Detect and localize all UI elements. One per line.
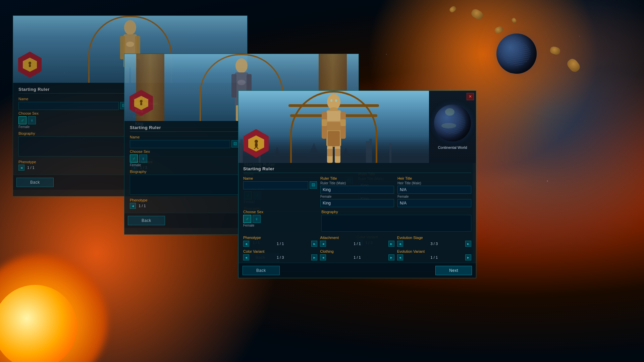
phenotype-next-front[interactable]: ► — [311, 241, 317, 247]
svg-marker-33 — [272, 146, 282, 163]
attachment-group-front: Attachment ◄ 1 / 1 ► — [320, 236, 394, 247]
svg-rect-40 — [327, 122, 340, 130]
back-button-front[interactable]: Back — [243, 266, 280, 275]
svg-line-54 — [254, 147, 256, 149]
clothing-next-front[interactable]: ► — [388, 254, 394, 260]
ruler-title-label-front: Ruler Title — [320, 176, 394, 180]
portrait-area-front — [238, 91, 429, 163]
sex-label-1: Choose Sex — [18, 111, 127, 115]
svg-point-15 — [237, 80, 246, 85]
name-label-2: Name — [130, 135, 239, 139]
attachment-next-front[interactable]: ► — [388, 241, 394, 247]
back-button-2[interactable]: Back — [128, 216, 165, 225]
space-planet — [496, 34, 537, 74]
name-input-front[interactable] — [243, 181, 308, 189]
clothing-group-front: Clothing ◄ 1 / 1 ► — [320, 249, 394, 260]
svg-rect-45 — [340, 119, 346, 126]
ruler-title-female-front: King — [320, 199, 394, 207]
evolution-variant-value-front: 1 / 1 — [405, 255, 464, 259]
svg-point-51 — [335, 99, 337, 102]
svg-rect-41 — [328, 131, 340, 146]
evolution-stage-group-front: Evolution Stage ◄ 3 / 3 ► — [397, 236, 471, 247]
svg-point-0 — [124, 20, 136, 35]
top-area: Continental World — [238, 91, 476, 163]
attachment-value-front: 1 / 1 — [327, 242, 387, 246]
faction-hex-front — [244, 129, 269, 158]
color-variant-next-front[interactable]: ► — [311, 254, 317, 260]
sex-value-2: Female — [130, 163, 239, 167]
phenotype-group-front: Phenotype ◄ 1 / 1 ► — [243, 236, 317, 247]
ruler-title-sublabel-front: Ruler Title (Male) — [320, 181, 394, 185]
svg-rect-44 — [322, 119, 327, 126]
phenotype-prev-2[interactable]: ◄ — [130, 203, 136, 209]
svg-rect-48 — [327, 149, 333, 156]
randomize-name-2[interactable]: ⚄ — [231, 140, 239, 147]
color-variant-value-front: 1 / 3 — [251, 255, 310, 259]
evolution-stage-prev-front[interactable]: ◄ — [397, 241, 403, 247]
name-label-front: Name — [243, 176, 317, 180]
heir-title-label-front: Heir Title — [397, 176, 471, 180]
svg-rect-32 — [389, 143, 391, 163]
clothing-label-front: Clothing — [320, 249, 394, 253]
phenotype-label-1: Phenotype — [18, 160, 129, 164]
svg-point-6 — [126, 42, 134, 47]
phenotype-label-front: Phenotype — [243, 236, 317, 240]
bottom-bar-front: Back Next — [238, 263, 476, 278]
randomize-front[interactable]: ⚄ — [310, 181, 317, 189]
evolution-variant-next-front[interactable]: ► — [465, 254, 471, 260]
svg-point-7 — [29, 62, 31, 64]
name-group-front: Name ⚄ — [243, 176, 317, 207]
phenotype-spinner-1: ◄ 1 / 1 — [18, 165, 129, 171]
sex-group-front: Choose Sex ♂ ♀ Female — [243, 210, 318, 233]
close-button[interactable]: ✕ — [467, 93, 474, 100]
sex-female-1[interactable]: ♀ — [28, 116, 36, 124]
svg-point-9 — [235, 58, 248, 73]
clothing-prev-front[interactable]: ◄ — [320, 254, 326, 260]
svg-rect-53 — [255, 143, 258, 147]
sex-label-2: Choose Sex — [130, 149, 239, 154]
heir-title-sublabel-front: Heir Title (Male) — [397, 181, 471, 185]
bio-group-front: Biography — [321, 210, 471, 233]
svg-rect-8 — [29, 64, 31, 67]
bio-label-front: Biography — [321, 210, 471, 214]
next-button-front[interactable]: Next — [435, 266, 472, 275]
form-content: Starting Ruler Name ⚄ Ruler Title Ruler … — [238, 163, 476, 264]
sex-label-front: Choose Sex — [243, 210, 318, 214]
evolution-stage-next-front[interactable]: ► — [465, 241, 471, 247]
color-variant-label-front: Color Variant — [243, 249, 317, 253]
svg-rect-17 — [140, 103, 142, 105]
biography-input-front[interactable] — [321, 215, 471, 232]
phenotype-value-2: 1 / 1 — [137, 204, 147, 208]
back-button-1[interactable]: Back — [16, 178, 54, 187]
heir-female-label-front: Female — [397, 195, 471, 198]
name-input-1[interactable] — [18, 102, 119, 110]
sex-male-2[interactable]: ♂ — [130, 155, 138, 163]
phenotype-value-1: 1 / 1 — [26, 166, 36, 170]
evolution-variant-label-front: Evolution Variant — [397, 249, 471, 253]
svg-rect-11 — [231, 74, 236, 98]
name-input-2[interactable] — [130, 140, 230, 148]
phenotype-prev-1[interactable]: ◄ — [18, 165, 24, 171]
front-panel: ✕ — [238, 90, 476, 278]
color-variant-group-front: Color Variant ◄ 1 / 3 ► — [243, 249, 317, 260]
evolution-stage-value-front: 3 / 3 — [405, 242, 464, 246]
evolution-variant-prev-front[interactable]: ◄ — [397, 254, 403, 260]
planet-label: Continental World — [438, 145, 467, 149]
color-variant-prev-front[interactable]: ◄ — [243, 254, 249, 260]
sex-male-front[interactable]: ♂ — [243, 215, 251, 223]
attachment-prev-front[interactable]: ◄ — [320, 241, 326, 247]
heir-title-group-front: Heir Title Heir Title (Male) N/A Female … — [397, 176, 471, 207]
phenotype-prev-front[interactable]: ◄ — [243, 241, 249, 247]
ruler-title-male-front: King — [320, 186, 394, 194]
sex-male-1[interactable]: ♂ — [18, 116, 26, 124]
sex-female-2[interactable]: ♀ — [139, 155, 147, 163]
faction-hex-1 — [18, 52, 42, 78]
ruler-title-group-front: Ruler Title Ruler Title (Male) King Fema… — [320, 176, 394, 207]
heir-title-male-front: N/A — [397, 186, 471, 194]
sex-value-front: Female — [243, 224, 318, 227]
evolution-variant-group-front: Evolution Variant ◄ 1 / 1 ► — [397, 249, 471, 260]
section-title-front: Starting Ruler — [243, 166, 471, 173]
sex-female-front[interactable]: ♀ — [253, 215, 261, 223]
character-svg-front — [317, 93, 351, 163]
phenotype-label-2: Phenotype — [130, 198, 240, 202]
